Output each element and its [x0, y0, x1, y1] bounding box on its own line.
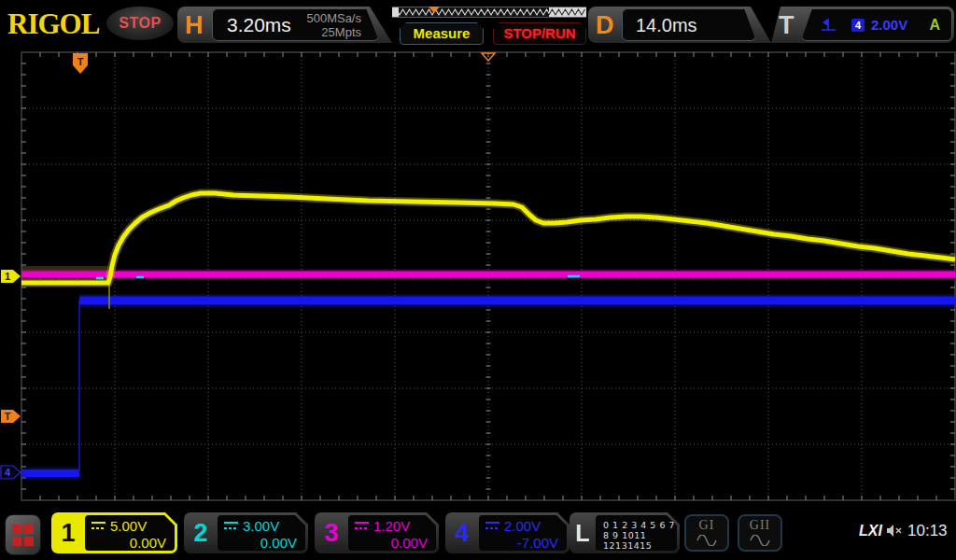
- sample-rate: 500MSa/s: [306, 11, 361, 25]
- channel-3-number: 3: [315, 512, 348, 553]
- generator-2-button[interactable]: GII: [738, 514, 782, 552]
- channel-4-info: 2.00V -7.00V: [479, 515, 567, 551]
- delay-box: 14.0ms: [622, 8, 756, 41]
- channel-1-offset: 0.00V: [85, 535, 175, 551]
- ch1-position-marker-label: 1: [5, 271, 10, 282]
- generator-1-label: GI: [686, 518, 727, 533]
- channel-3-scale: 1.20V: [373, 518, 410, 534]
- logic-channel-list: 0 1 2 3 4 5 6 7 8 9 1011 12131415: [596, 515, 677, 551]
- generator-2-label: GII: [739, 518, 780, 533]
- logic-channels-button[interactable]: L 0 1 2 3 4 5 6 7 8 9 1011 12131415: [569, 512, 680, 553]
- trigger-label: T: [779, 10, 794, 39]
- delay-value: 14.0ms: [636, 14, 697, 35]
- sine-wave-icon: [749, 535, 771, 546]
- channel-2-button[interactable]: 2 3.00V 0.00V: [184, 512, 308, 553]
- logic-label: L: [569, 512, 596, 553]
- channel-4-button[interactable]: 4 2.00V -7.00V: [445, 512, 569, 553]
- dc-coupling-icon: [355, 522, 369, 530]
- lxi-status: LXI: [859, 523, 882, 539]
- channel-3-info: 1.20V 0.00V: [348, 515, 436, 551]
- top-status-bar: RIGOL STOP H 3.20ms 500MSa/s 25Mpts Meas…: [0, 0, 956, 49]
- trigger-slope-icon: [821, 18, 836, 32]
- channel-4-offset: -7.00V: [479, 535, 567, 551]
- trigger-level-marker-label: T: [5, 411, 11, 422]
- delay-panel[interactable]: D 14.0ms: [588, 7, 771, 43]
- trigger-level-value: 2.00V: [871, 17, 907, 33]
- waveform-display[interactable]: 1T4T: [0, 0, 956, 560]
- trigger-panel[interactable]: T 4 2.00V A: [771, 7, 954, 43]
- delay-label: D: [596, 10, 614, 39]
- stop-run-button[interactable]: STOP/RUN: [493, 22, 586, 45]
- memory-depth: 25Mpts: [306, 25, 361, 39]
- channel-3-button[interactable]: 3 1.20V 0.00V: [315, 512, 439, 553]
- rigol-logo: RIGOL: [7, 7, 99, 41]
- horizontal-box: 3.20ms 500MSa/s 25Mpts: [212, 8, 379, 41]
- run-state-badge: STOP: [106, 7, 174, 40]
- oscilloscope-screen: 1T4T RIGOL STOP H 3.20ms 500MSa/s 25Mpts…: [0, 0, 956, 560]
- channel-4-number: 4: [445, 512, 479, 553]
- timebase-value: 3.20ms: [227, 14, 291, 36]
- bottom-status-bar: 1 5.00V 0.00V 2 3.00V 0.00V 3 1.20V 0.00…: [0, 509, 956, 560]
- channel-2-offset: 0.00V: [218, 535, 305, 551]
- clock: 10:13: [907, 522, 948, 540]
- dc-coupling-icon: [91, 522, 105, 530]
- trigger-box: 4 2.00V A: [801, 8, 952, 41]
- speaker-muted-icon: [886, 524, 904, 538]
- trigger-position-marker-label: T: [77, 56, 84, 67]
- measure-button[interactable]: Measure: [400, 22, 484, 45]
- channel-2-scale: 3.00V: [243, 518, 279, 534]
- trigger-source-badge: 4: [851, 19, 865, 32]
- generator-1-button[interactable]: GI: [684, 514, 729, 552]
- memory-preview-bar[interactable]: [392, 7, 586, 18]
- dc-coupling-icon: [485, 522, 499, 530]
- channel-4-scale: 2.00V: [504, 518, 541, 534]
- channel-3-offset: 0.00V: [348, 535, 436, 551]
- logic-row-2: 8 9 1011 12131415: [603, 530, 677, 551]
- sine-wave-icon: [696, 535, 718, 546]
- logic-row-1: 0 1 2 3 4 5 6 7: [603, 520, 677, 530]
- channel-1-info: 5.00V 0.00V: [85, 515, 175, 551]
- menu-icon: [12, 525, 21, 534]
- menu-button[interactable]: [5, 514, 41, 555]
- channel-1-scale: 5.00V: [110, 518, 147, 534]
- channel-1-number: 1: [51, 512, 85, 553]
- acquisition-info: 500MSa/s 25Mpts: [306, 11, 361, 39]
- dc-coupling-icon: [224, 522, 238, 530]
- horizontal-panel[interactable]: H 3.20ms 500MSa/s 25Mpts: [177, 7, 392, 43]
- trigger-acquire-mode: A: [929, 17, 940, 34]
- channel-2-number: 2: [184, 512, 218, 553]
- horizontal-label: H: [185, 10, 204, 39]
- ch4-position-marker-label: 4: [5, 467, 11, 478]
- channel-2-info: 3.00V 0.00V: [218, 515, 305, 551]
- channel-1-button[interactable]: 1 5.00V 0.00V: [51, 512, 177, 553]
